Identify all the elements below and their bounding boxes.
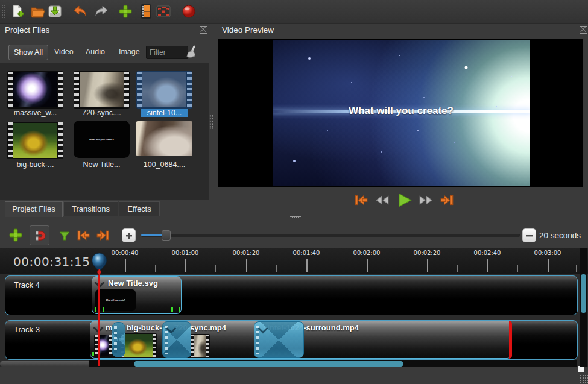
file-thumbnail-bigbuck[interactable]	[7, 122, 63, 159]
ruler-tick	[548, 259, 549, 272]
clip-thumbnail: What will you create?	[95, 289, 136, 311]
panel-splitter-grip[interactable]	[209, 115, 213, 129]
zoom-out-button[interactable]	[522, 228, 536, 242]
ruler-tick	[185, 259, 186, 272]
playhead-line	[98, 269, 100, 366]
clip-label: big-buck-	[127, 323, 162, 332]
track-4[interactable]: Track 4 New Title.svg What will you crea…	[5, 275, 578, 315]
rewind-button[interactable]	[375, 192, 390, 210]
file-label[interactable]: 720-sync....	[74, 109, 130, 117]
zoom-in-icon	[125, 232, 133, 239]
snapping-magnet-icon	[34, 230, 46, 242]
redo-icon	[94, 4, 109, 19]
filmstrip-holes	[58, 122, 63, 159]
play-icon	[396, 192, 413, 209]
thumbnail-art	[136, 121, 192, 156]
thumbnail-art	[80, 72, 124, 107]
ruler-label: 00:01:20	[225, 250, 267, 256]
filter-tab-image[interactable]: Image	[119, 45, 140, 59]
zoom-slider-handle[interactable]	[162, 230, 171, 241]
clip-right-trim-edge[interactable]	[509, 321, 512, 359]
clear-filter-button[interactable]	[184, 45, 198, 62]
tab-project-files[interactable]: Project Files	[5, 201, 63, 217]
track-3[interactable]: Track 3 m big-buck- 720-sync.mp4 sintel-…	[5, 320, 578, 360]
timeline-jump-end-button[interactable]	[95, 228, 110, 245]
filter-input[interactable]: Filter	[146, 46, 188, 59]
add-track-button[interactable]	[8, 228, 23, 244]
file-label[interactable]: New Title...	[74, 160, 130, 169]
window-resize-grip[interactable]	[580, 374, 588, 383]
file-thumbnail-sintel[interactable]	[136, 71, 192, 109]
file-label[interactable]: massive_w...	[7, 109, 63, 117]
transition[interactable]	[254, 321, 304, 358]
clip-thumb-text: What will you create?	[106, 295, 124, 305]
choose-profile-button[interactable]	[138, 4, 154, 19]
project-files-close-icon[interactable]	[200, 26, 207, 34]
ruler-tick	[367, 259, 368, 272]
video-frame: What will you create?	[273, 40, 530, 186]
play-button[interactable]	[396, 192, 413, 210]
filter-tab-video[interactable]: Video	[54, 45, 74, 59]
keyframe-mark	[95, 307, 96, 312]
transition[interactable]	[112, 322, 125, 357]
new-project-button[interactable]	[10, 4, 25, 19]
ruler-label: 00:02:20	[406, 250, 448, 256]
export-video-button[interactable]	[181, 4, 197, 19]
tab-effects[interactable]: Effects	[119, 201, 160, 216]
undo-button[interactable]	[72, 4, 88, 19]
video-preview-panel-title: Video Preview	[222, 25, 274, 34]
ruler-tick	[576, 265, 577, 272]
filter-tab-audio[interactable]: Audio	[86, 45, 105, 59]
tab-transitions[interactable]: Transitions	[63, 201, 118, 216]
scrollbar-corner	[578, 366, 584, 372]
file-thumbnail-massive[interactable]	[7, 71, 63, 109]
jump-to-end-button[interactable]	[439, 192, 455, 210]
playhead-marker[interactable]	[91, 253, 107, 279]
jump-to-start-button[interactable]	[353, 192, 369, 210]
file-thumbnail-720sync[interactable]	[74, 71, 130, 109]
zoom-slider-track[interactable]	[141, 234, 520, 237]
fullscreen-button[interactable]	[156, 4, 171, 19]
snapping-toggle-button[interactable]	[30, 225, 49, 245]
import-files-button[interactable]	[118, 4, 133, 19]
thumbnail-art	[13, 123, 57, 158]
timeline-splitter-grip[interactable]	[290, 216, 301, 218]
zoom-in-button[interactable]	[122, 228, 136, 242]
thumbnail-art	[124, 334, 153, 357]
redo-button[interactable]	[93, 4, 109, 19]
toolbar-grip[interactable]	[1, 4, 6, 19]
timeline-hscrollbar-handle[interactable]	[134, 361, 403, 367]
chevron-down-icon[interactable]	[258, 324, 268, 334]
add-track-icon	[8, 228, 23, 242]
file-label[interactable]: 100_0684....	[136, 160, 192, 169]
clip-group-track3[interactable]: m big-buck- 720-sync.mp4 sintel-1024-sur…	[90, 321, 512, 359]
file-thumbnail-100-0684[interactable]	[136, 121, 192, 156]
file-label[interactable]: big-buck-...	[7, 160, 63, 169]
ruler-tick	[306, 259, 308, 272]
project-files-list: massive_w... 720-sync.... sintel-10... W…	[0, 63, 209, 200]
file-label-selected[interactable]: sintel-10...	[141, 109, 188, 117]
razor-tool-button[interactable]	[58, 229, 71, 244]
save-project-button[interactable]	[47, 4, 63, 19]
open-project-button[interactable]	[30, 4, 45, 19]
filter-tab-show-all[interactable]: Show All	[8, 45, 48, 60]
ruler-tick	[487, 259, 488, 272]
clip-new-title[interactable]: New Title.svg What will you create?	[92, 276, 182, 314]
ruler-tick	[246, 259, 247, 272]
chevron-down-icon[interactable]	[95, 278, 105, 288]
ruler-tick	[215, 265, 216, 272]
timeline-jump-start-button[interactable]	[76, 228, 91, 245]
video-preview-area[interactable]: What will you create?	[218, 39, 583, 187]
keyframe-mark	[103, 307, 104, 312]
clip-thumbnail	[121, 333, 157, 357]
project-files-float-icon[interactable]	[192, 27, 198, 33]
fast-forward-button[interactable]	[418, 192, 434, 210]
video-preview-float-icon[interactable]	[572, 27, 578, 33]
video-preview-close-icon[interactable]	[580, 26, 587, 34]
chevron-down-icon[interactable]	[166, 324, 177, 334]
timeline-vscrollbar-handle[interactable]	[581, 274, 586, 313]
file-thumbnail-newtitle[interactable]: What will you create?	[74, 121, 130, 158]
transition[interactable]	[162, 321, 191, 358]
zoom-slider-fill	[141, 234, 164, 236]
title-thumb-text: What will you create?	[87, 130, 116, 149]
